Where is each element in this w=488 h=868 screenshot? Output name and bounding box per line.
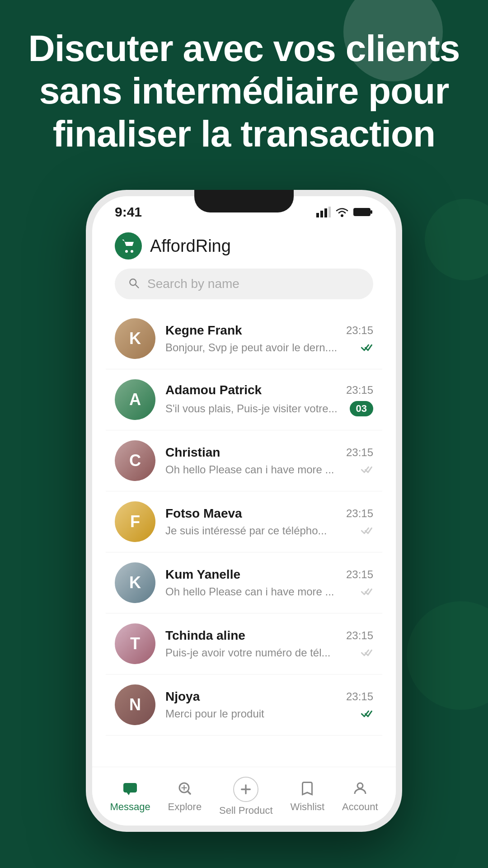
wishlist-icon — [299, 780, 315, 798]
chat-name-tchinda: Tchinda aline — [165, 628, 245, 643]
account-icon — [352, 780, 368, 798]
phone-notch — [194, 190, 294, 212]
chat-time-fotso: 23:15 — [346, 507, 373, 520]
wifi-icon — [335, 207, 349, 217]
chat-time-christian: 23:15 — [346, 446, 373, 459]
chat-preview-kegne: Bonjour, Svp je peut avoir le dern.... — [165, 341, 337, 354]
chat-item-fotso[interactable]: FFotso Maeva23:15Je suis intéressé par c… — [106, 491, 382, 552]
decorative-blob-mid — [425, 199, 488, 280]
check-icon-kegne — [361, 341, 373, 354]
search-placeholder: Search by name — [147, 277, 239, 291]
avatar-kum: K — [115, 562, 155, 603]
nav-label-sell: Sell Product — [219, 805, 273, 816]
nav-item-account[interactable]: Account — [342, 780, 378, 813]
cart-icon — [120, 238, 136, 254]
svg-rect-6 — [354, 209, 370, 215]
chat-preview-adamou: S'il vous plais, Puis-je visiter votre..… — [165, 402, 338, 415]
avatar-adamou: A — [115, 379, 155, 420]
app-logo — [115, 232, 142, 259]
nav-label-explore: Explore — [168, 801, 202, 813]
search-container: Search by name — [92, 269, 396, 308]
app-header: AffordRing — [92, 228, 396, 269]
chat-preview-njoya: Merci pour le produit — [165, 708, 264, 720]
status-icons — [316, 207, 373, 217]
chat-item-kegne[interactable]: KKegne Frank23:15Bonjour, Svp je peut av… — [106, 308, 382, 369]
svg-point-8 — [125, 250, 128, 253]
bottom-nav: Message Explore Sell Product Wishlist Ac… — [92, 767, 396, 826]
explore-icon — [177, 780, 193, 798]
svg-rect-7 — [371, 210, 372, 214]
nav-label-wishlist: Wishlist — [290, 801, 324, 813]
hero-title: Discuter avec vos clients sans intermédi… — [27, 27, 461, 155]
chat-name-kum: Kum Yanelle — [165, 567, 240, 582]
chat-item-adamou[interactable]: AAdamou Patrick23:15S'il vous plais, Pui… — [106, 369, 382, 430]
battery-icon — [353, 207, 373, 217]
chat-item-kum[interactable]: KKum Yanelle23:15Oh hello Please can i h… — [106, 552, 382, 613]
sell-icon — [233, 777, 258, 802]
avatar-christian: C — [115, 440, 155, 481]
app-title-regular: Ring — [196, 236, 231, 255]
svg-point-9 — [131, 250, 133, 253]
chat-time-kegne: 23:15 — [346, 324, 373, 337]
search-icon — [127, 277, 140, 291]
check-icon-christian — [361, 463, 373, 476]
svg-point-12 — [357, 783, 363, 788]
chat-time-adamou: 23:15 — [346, 384, 373, 396]
avatar-fotso: F — [115, 501, 155, 542]
chat-time-kum: 23:15 — [346, 568, 373, 581]
chat-name-christian: Christian — [165, 445, 220, 460]
nav-label-account: Account — [342, 801, 378, 813]
phone-outer-shell: 9:41 — [86, 190, 402, 832]
status-time: 9:41 — [115, 204, 142, 220]
signal-icon — [316, 207, 331, 217]
chat-name-adamou: Adamou Patrick — [165, 383, 262, 397]
nav-item-message[interactable]: Message — [110, 780, 150, 813]
nav-label-message: Message — [110, 801, 150, 813]
avatar-tchinda: T — [115, 623, 155, 664]
check-icon-fotso — [361, 524, 373, 537]
avatar-kegne: K — [115, 318, 155, 359]
chat-item-christian[interactable]: CChristian23:15Oh hello Please can i hav… — [106, 430, 382, 491]
chat-item-tchinda[interactable]: TTchinda aline23:15Puis-je avoir votre n… — [106, 613, 382, 675]
chat-badge-adamou: 03 — [350, 401, 373, 416]
chat-name-kegne: Kegne Frank — [165, 323, 242, 338]
svg-rect-10 — [123, 783, 137, 793]
svg-rect-3 — [328, 207, 331, 217]
chat-name-fotso: Fotso Maeva — [165, 506, 242, 521]
app-title: AffordRing — [150, 236, 231, 256]
nav-item-explore[interactable]: Explore — [168, 780, 202, 813]
chat-name-njoya: Njoya — [165, 689, 200, 704]
chat-time-njoya: 23:15 — [346, 690, 373, 703]
chat-list: KKegne Frank23:15Bonjour, Svp je peut av… — [92, 308, 396, 767]
hero-section: Discuter avec vos clients sans intermédi… — [0, 27, 488, 155]
chat-preview-tchinda: Puis-je avoir votre numéro de tél... — [165, 646, 331, 659]
chat-time-tchinda: 23:15 — [346, 629, 373, 642]
nav-item-sell[interactable]: Sell Product — [219, 777, 273, 816]
svg-rect-0 — [316, 213, 319, 217]
message-icon — [122, 780, 138, 798]
chat-preview-fotso: Je suis intéressé par ce télépho... — [165, 524, 327, 537]
chat-preview-christian: Oh hello Please can i have more ... — [165, 463, 334, 476]
svg-rect-2 — [324, 208, 327, 217]
check-icon-tchinda — [361, 646, 373, 659]
phone-mockup: 9:41 — [86, 190, 402, 832]
phone-screen: 9:41 — [92, 196, 396, 826]
check-icon-kum — [361, 585, 373, 598]
app-title-bold: Afford — [150, 236, 196, 255]
svg-rect-1 — [320, 211, 323, 217]
avatar-njoya: N — [115, 684, 155, 725]
search-bar[interactable]: Search by name — [115, 269, 373, 299]
check-icon-njoya — [361, 708, 373, 720]
chat-item-njoya[interactable]: NNjoya23:15Merci pour le produit — [106, 675, 382, 736]
chat-preview-kum: Oh hello Please can i have more ... — [165, 585, 334, 598]
decorative-blob-bottom — [407, 601, 488, 710]
nav-item-wishlist[interactable]: Wishlist — [290, 780, 324, 813]
svg-point-4 — [341, 214, 343, 217]
